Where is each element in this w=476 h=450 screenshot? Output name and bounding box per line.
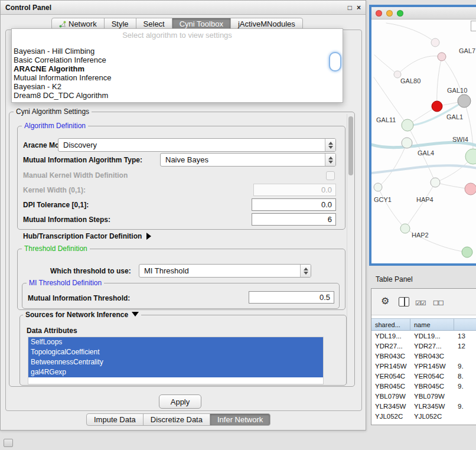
cell: YBR043C [410,353,454,360]
gear-icon[interactable]: ⚙ [381,296,389,306]
table-row[interactable]: YJL052CYJL052C [371,411,476,421]
which-threshold-combobox[interactable]: MI Threshold [139,264,311,278]
settings-scrollbar-thumb[interactable] [348,116,353,175]
threshold-definition-title: Threshold Definition [22,244,90,253]
table-body: YDL19...YDL19...13YDR27...YDR27...12YBR0… [371,331,476,425]
dropdown-scrollbar[interactable] [329,52,341,71]
which-threshold-label: Which threshold to use: [50,267,131,275]
combo-arrows-icon [325,139,335,151]
table-row[interactable]: YER054CYER054C8. [371,371,476,381]
close-traffic-light[interactable] [376,10,382,17]
table-row[interactable]: YDR27...YDR27...12 [371,341,476,351]
collapse-down-icon [132,312,139,317]
network-tool-overlay[interactable] [471,21,476,31]
attribute-item[interactable]: SelfLoops [28,337,323,347]
mi-type-combobox[interactable]: Naive Bayes [160,153,336,167]
cell: YER054C [410,373,454,380]
algorithm-definition-title: Algorithm Definition [22,122,88,130]
svg-text:GAL7: GAL7 [459,47,475,54]
cell: YBR045C [410,383,454,390]
zoom-traffic-light[interactable] [397,10,403,17]
attribute-item[interactable]: TopologicalCoefficient [28,347,323,357]
cell: YBR043C [371,353,410,360]
algorithm-option[interactable]: Bayesian - K2 [14,82,341,91]
cell: YJL052C [371,413,410,420]
column-header-name[interactable]: name [410,319,454,330]
cell: YPR145W [410,363,454,370]
collapsed-panel-icon[interactable] [4,439,13,447]
cell: 9. [454,383,476,390]
control-panel-titlebar[interactable]: Control Panel □ × [1,1,366,15]
combo-arrows-icon [325,154,335,166]
svg-text:HAP2: HAP2 [412,231,429,239]
deselect-all-checkboxes-icon[interactable]: ☐☐ [433,298,444,308]
svg-text:GAL80: GAL80 [400,77,420,84]
mi-type-label: Mutual Information Algorithm Type: [23,156,142,164]
mi-type-value: Naive Bayes [165,155,208,164]
cell: YDR27... [410,343,454,350]
algorithm-option[interactable]: Basic Correlation Inference [14,56,341,64]
apply-button[interactable]: Apply [159,394,201,409]
columns-icon[interactable] [399,297,409,306]
cell: YDL19... [371,332,410,340]
bottom-tab-discretize-data[interactable]: Discretize Data [143,413,210,426]
algorithm-option[interactable]: ARACNE Algorithm [14,64,341,73]
cell: YBL079W [410,393,454,400]
column-header-shared-name[interactable]: shared... [371,319,410,330]
data-attributes-list[interactable]: SelfLoopsTopologicalCoefficientBetweenne… [28,337,324,384]
cell: YLR345W [371,403,410,410]
attribute-item[interactable]: BetweennessCentrality [28,357,323,367]
network-icon [59,21,66,28]
algorithm-option[interactable]: Dream8 DC_TDC Algorithm [14,91,341,100]
svg-text:GAL11: GAL11 [376,116,396,123]
mi-threshold-field[interactable]: 0.5 [249,291,334,304]
close-window-button[interactable]: × [357,4,361,11]
algorithm-option[interactable]: Mutual Information Inference [14,73,341,82]
hub-section-label: Hub/Transcription Factor Definition [23,232,142,240]
table-row[interactable]: YBL079WYBL079W [371,391,476,401]
table-row[interactable]: YDL19...YDL19...13 [371,331,476,341]
kernel-width-value: 0.0 [321,185,332,194]
hub-section-toggle[interactable]: Hub/Transcription Factor Definition [23,232,151,240]
network-view[interactable]: GAL7GAL80GAL10GAL11GAL1SWI4GAL4GCY1HAP4H… [371,19,476,263]
cell: YPR145W [371,363,410,370]
cell: 8. [454,373,476,380]
manual-kernel-checkbox[interactable] [326,171,335,180]
table-row[interactable]: YBR043CYBR043C [371,351,476,361]
bottom-tab-infer-network[interactable]: Infer Network [210,413,270,426]
cyni-algorithm-settings-title: Cyni Algorithm Settings [14,107,92,116]
bottom-tab-impute-data[interactable]: Impute Data [86,413,144,426]
sources-toggle[interactable]: Sources for Network Inference [23,311,141,319]
attribute-item[interactable]: gal4RGexp [28,367,323,377]
mi-threshold-group-title: MI Threshold Definition [27,279,104,287]
control-panel-window: Control Panel □ × NetworkStyleSelectCyni… [0,0,366,431]
kernel-width-label: Kernel Width (0,1): [23,186,86,194]
mi-steps-field[interactable]: 6 [252,213,336,226]
sources-title: Sources for Network Inference [25,311,128,319]
aracne-mode-combobox[interactable]: Discovery [58,138,336,152]
algorithm-dropdown-placeholder: Select algorithm to view settings [12,31,343,40]
minimize-traffic-light[interactable] [386,10,393,17]
cell: YLR345W [410,403,454,410]
svg-text:GCY1: GCY1 [374,196,392,203]
select-all-checkboxes-icon[interactable]: ☑☑ [415,298,426,308]
svg-text:SWI4: SWI4 [452,136,468,143]
table-row[interactable]: YBR045CYBR045C9. [371,381,476,391]
kernel-width-field[interactable]: 0.0 [253,184,336,196]
cell: 9. [454,403,476,410]
svg-text:GAL10: GAL10 [447,87,467,94]
settings-scrollbar[interactable] [347,114,354,384]
table-row[interactable]: YPR145WYPR145W9. [371,361,476,371]
dpi-tolerance-field[interactable]: 0.0 [252,198,336,211]
combo-arrows-icon [300,265,311,277]
data-attributes-label: Data Attributes [27,327,77,335]
float-window-button[interactable]: □ [348,4,352,11]
table-row[interactable]: YLR345WYLR345W9. [371,401,476,411]
cell: 12 [454,343,476,350]
network-canvas[interactable]: GAL7GAL80GAL10GAL11GAL1SWI4GAL4GCY1HAP4H… [371,19,476,263]
bottom-tabs: Impute DataDiscretize DataInfer Network [86,413,270,426]
algorithm-option[interactable]: Bayesian - Hill Climbing [14,47,341,56]
cell: 9. [454,363,476,370]
network-view-titlebar[interactable] [371,7,476,19]
column-header-extra[interactable] [454,319,476,330]
